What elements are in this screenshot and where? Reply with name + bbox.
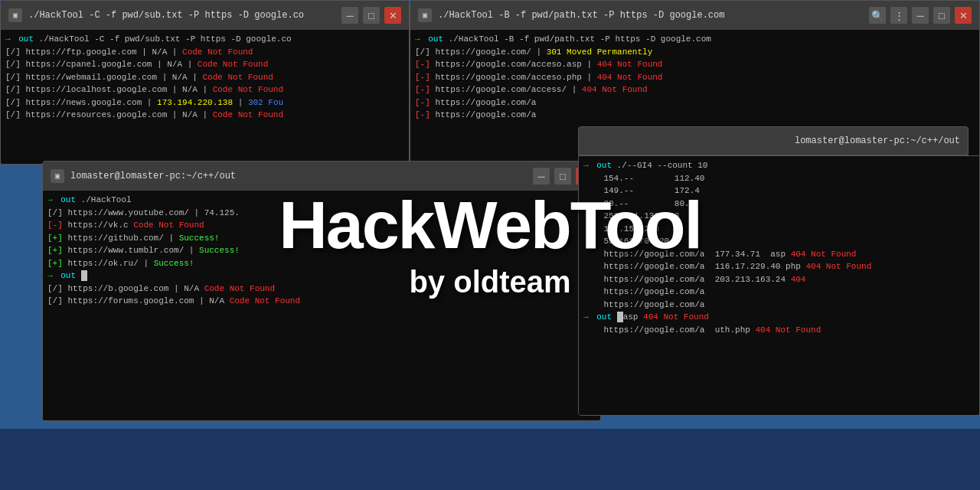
titlebar-title-1: ./HackTool -C -f pwd/sub.txt -P https -D… <box>28 10 304 21</box>
terminal-line: → out asp 404 Not Found <box>583 311 975 324</box>
terminal-line: [-] https://google.com/a <box>415 109 975 122</box>
minimize-btn-3[interactable]: ─ <box>533 168 550 185</box>
terminal-line: [/] https://www.youtube.com/ | 74.125. <box>47 207 596 220</box>
terminal-icon-2: ▣ <box>418 8 432 22</box>
titlebar-controls-2: 🔍 ⋮ ─ □ ✕ <box>869 7 972 24</box>
terminal-line: 251.231.130.248 <box>583 210 975 223</box>
terminal-line: [-] https://google.com/acceso.asp | 404 … <box>415 58 975 71</box>
terminal-line: https://google.com/a <box>583 286 975 299</box>
terminal-line: https://google.com/a uth.php 404 Not Fou… <box>583 324 975 337</box>
titlebar-1: ▣ ./HackTool -C -f pwd/sub.txt -P https … <box>1 1 409 30</box>
terminal-line: https://google.com/a 203.213.163.24 404 <box>583 273 975 286</box>
close-btn-1[interactable]: ✕ <box>384 7 401 24</box>
maximize-btn-3[interactable]: □ <box>554 168 571 185</box>
search-btn-2[interactable]: 🔍 <box>869 7 886 24</box>
terminal-window-4: → out ./--GI4 --count 10 154.-- 112.40 1… <box>578 155 980 416</box>
titlebar-controls-1: ─ □ ✕ <box>341 7 401 24</box>
terminal-line: https://google.com/a 177.34.71 asp 404 N… <box>583 248 975 261</box>
terminal-window-1[interactable]: ▣ ./HackTool -C -f pwd/sub.txt -P https … <box>0 0 410 165</box>
titlebar-2: ▣ ./HackTool -B -f pwd/path.txt -P https… <box>410 1 979 30</box>
maximize-btn-1[interactable]: □ <box>363 7 380 24</box>
terminal-body-1: → out ./HackTool -C -f pwd/sub.txt -P ht… <box>1 30 409 164</box>
terminal-window-3[interactable]: ▣ lomaster@lomaster-pc:~/c++/out ─ □ ✕ →… <box>42 161 601 421</box>
maximize-btn-2[interactable]: □ <box>933 7 950 24</box>
terminal-line: [/] https://localhost.google.com | N/A |… <box>5 83 404 96</box>
terminal-line: 55.161.70.220 <box>583 235 975 248</box>
titlebar-title-3: lomaster@lomaster-pc:~/c++/out <box>70 171 236 181</box>
terminal-line: 149.-- 172.4 <box>583 185 975 198</box>
titlebar-title-2: ./HackTool -B -f pwd/path.txt -P https -… <box>438 10 724 21</box>
terminal-line: [/] https://cpanel.google.com | N/A | Co… <box>5 58 404 71</box>
titlebar-title-4: lomaster@lomaster-pc:~/c++/out <box>795 136 960 146</box>
minimize-btn-2[interactable]: ─ <box>912 7 929 24</box>
terminal-line: 147.154.223 <box>583 223 975 236</box>
terminal-line: [/] https://ftp.google.com | N/A | Code … <box>5 46 404 59</box>
terminal-line: https://google.com/a 116.17.229.40 php 4… <box>583 260 975 273</box>
terminal-line: [/] https://google.com/ | 301 Moved Perm… <box>415 46 975 59</box>
minimize-btn-1[interactable]: ─ <box>341 7 358 24</box>
titlebar-3: ▣ lomaster@lomaster-pc:~/c++/out ─ □ ✕ <box>43 162 600 191</box>
taskbar <box>0 429 980 490</box>
terminal-line: [+] https://github.com/ | Success! <box>47 232 596 245</box>
terminal-line: [-] https://google.com/a <box>415 96 975 109</box>
terminal-line: [/] https://resources.google.com | N/A |… <box>5 109 404 122</box>
terminal-line: 154.-- 112.40 <box>583 172 975 185</box>
terminal-line: [+] https://ok.ru/ | Success! <box>47 257 596 270</box>
terminal-body-3: → out ./HackTool [/] https://www.youtube… <box>43 191 600 420</box>
terminal-line: [+] https://www.tumblr.com/ | Success! <box>47 244 596 257</box>
menu-btn-2[interactable]: ⋮ <box>890 7 907 24</box>
terminal-line: → out <box>47 270 596 283</box>
close-btn-2[interactable]: ✕ <box>955 7 972 24</box>
terminal-line: → out ./HackTool <box>47 194 596 207</box>
terminal-line: [/] https://b.google.com | N/A Code Not … <box>47 283 596 296</box>
terminal-body-4: → out ./--GI4 --count 10 154.-- 112.40 1… <box>579 156 979 415</box>
terminal-line: [-] https://google.com/access/ | 404 Not… <box>415 83 975 96</box>
terminal-line: [/] https://news.google.com | 173.194.22… <box>5 96 404 109</box>
terminal-line: → out ./--GI4 --count 10 <box>583 159 975 172</box>
terminal-line: 80.-- 80.1 <box>583 198 975 211</box>
terminal-icon-1: ▣ <box>8 8 22 22</box>
terminal-line: → out ./HackTool -B -f pwd/path.txt -P h… <box>415 33 975 46</box>
terminal-line: https://google.com/a <box>583 299 975 312</box>
terminal-line: [-] https://vk.c Code Not Found <box>47 219 596 232</box>
terminal-line: [-] https://google.com/acceso.php | 404 … <box>415 71 975 84</box>
titlebar-4: lomaster@lomaster-pc:~/c++/out <box>578 126 969 155</box>
terminal-line: [/] https://webmail.google.com | N/A | C… <box>5 71 404 84</box>
terminal-line: → out ./HackTool -C -f pwd/sub.txt -P ht… <box>5 33 404 46</box>
terminal-icon-3: ▣ <box>51 169 64 183</box>
terminal-line: [/] https://forums.google.com | N/A Code… <box>47 295 596 308</box>
